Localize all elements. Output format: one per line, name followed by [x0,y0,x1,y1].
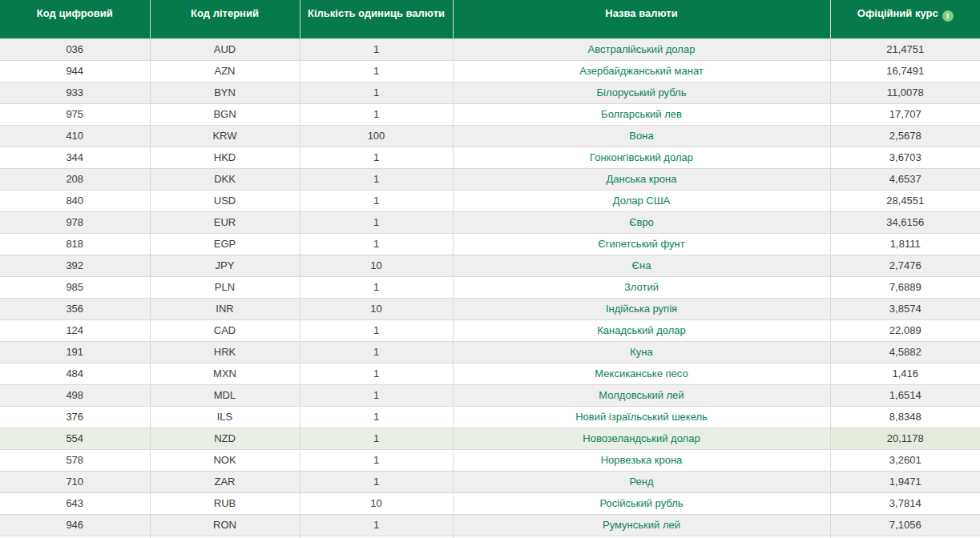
table-row: 554 NZD 1 Новозеландський долар 20,1178 [0,428,980,449]
units-cell: 100 [300,125,453,147]
table-row: 356 INR 10 Індійська рупія 3,8574 [0,298,980,319]
units-cell: 1 [300,319,453,341]
units-cell: 1 [300,514,453,536]
currency-name-cell: Новий ізраїльський шекель [453,406,830,428]
currency-name-link[interactable]: Гонконгівський долар [590,151,693,163]
table-row: 208 DKK 1 Данська крона 4,6537 [0,168,980,190]
table-row: 643 RUB 10 Російський рубль 3,7814 [0,492,980,514]
units-cell: 1 [300,406,453,428]
currency-rates-page: Код цифровий Код літерний Кількість один… [0,0,980,538]
currency-name-link[interactable]: Російський рубль [599,497,683,509]
numeric-code-cell: 208 [0,168,150,190]
currency-name-cell: Злотий [453,276,830,298]
units-cell: 10 [300,255,453,276]
units-cell: 1 [300,82,453,103]
currency-name-link[interactable]: Єгипетський фунт [598,238,684,250]
letter-code-cell: NZD [150,428,300,449]
currency-name-link[interactable]: Молдовський лей [599,389,684,401]
currency-name-link[interactable]: Болгарський лев [601,108,682,120]
letter-code-cell: INR [150,298,300,319]
currency-name-link[interactable]: Вона [629,130,653,142]
numeric-code-cell: 484 [0,363,150,384]
currency-name-link[interactable]: Єна [632,259,651,271]
header-numeric-code: Код цифровий [0,0,150,38]
currency-name-cell: Гонконгівський долар [453,147,830,168]
table-row: 840 USD 1 Долар США 28,4551 [0,190,980,211]
currency-name-link[interactable]: Долар США [613,195,671,207]
currency-name-link[interactable]: Азербайджанський манат [579,65,704,77]
numeric-code-cell: 124 [0,319,150,341]
units-cell: 1 [300,60,453,82]
currency-name-cell: Данська крона [453,168,830,190]
currency-name-link[interactable]: Канадський долар [597,324,685,336]
currency-name-cell: Єгипетський фунт [453,233,830,255]
letter-code-cell: ZAR [150,471,300,492]
info-icon[interactable]: i [942,10,954,22]
numeric-code-cell: 944 [0,60,150,82]
rate-cell: 34,6156 [830,211,980,233]
letter-code-cell: BGN [150,103,300,125]
currency-name-cell: Мексиканське песо [453,363,830,384]
rate-cell: 28,4551 [830,190,980,211]
letter-code-cell: JPY [150,255,300,276]
currency-name-link[interactable]: Білоруський рубль [597,86,687,98]
letter-code-cell: MDL [150,384,300,406]
units-cell: 1 [300,341,453,363]
units-cell: 1 [300,103,453,125]
currency-name-link[interactable]: Новозеландський долар [583,432,700,444]
letter-code-cell: HRK [150,341,300,363]
table-row: 978 EUR 1 Євро 34,6156 [0,211,980,233]
letter-code-cell: HKD [150,147,300,168]
currency-name-link[interactable]: Данська крона [607,173,677,185]
currency-name-link[interactable]: Куна [630,346,652,358]
letter-code-cell: RUB [150,492,300,514]
rate-cell: 22,089 [830,319,980,341]
numeric-code-cell: 376 [0,406,150,428]
currency-name-cell: Ренд [453,471,830,492]
currency-name-link[interactable]: Австралійський долар [588,43,696,55]
table-row: 376 ILS 1 Новий ізраїльський шекель 8,83… [0,406,980,428]
currency-name-link[interactable]: Румунський лей [603,519,680,531]
rate-cell: 21,4751 [830,38,980,60]
units-cell: 1 [300,147,453,168]
rate-cell: 7,6889 [830,276,980,298]
currency-name-cell: Єна [453,255,830,276]
numeric-code-cell: 818 [0,233,150,255]
numeric-code-cell: 933 [0,82,150,103]
table-row: 944 AZN 1 Азербайджанський манат 16,7491 [0,60,980,82]
numeric-code-cell: 978 [0,211,150,233]
currency-name-cell: Долар США [453,190,830,211]
letter-code-cell: KRW [150,125,300,147]
currency-name-link[interactable]: Євро [629,216,654,228]
table-row: 933 BYN 1 Білоруський рубль 11,0078 [0,82,980,103]
currency-name-link[interactable]: Індійська рупія [606,303,677,315]
letter-code-cell: PLN [150,276,300,298]
currency-name-link[interactable]: Новий ізраїльський шекель [575,411,708,423]
table-row: 410 KRW 100 Вона 2,5678 [0,125,980,147]
numeric-code-cell: 578 [0,449,150,471]
units-cell: 1 [300,428,453,449]
currency-name-link[interactable]: Злотий [624,281,659,293]
numeric-code-cell: 191 [0,341,150,363]
letter-code-cell: EGP [150,233,300,255]
header-units: Кількість одиниць валюти [300,0,453,38]
currency-name-link[interactable]: Норвезька крона [601,454,683,466]
currency-name-cell: Румунський лей [453,514,830,536]
currency-name-cell: Канадський долар [453,319,830,341]
currency-name-cell: Індійська рупія [453,298,830,319]
letter-code-cell: DKK [150,168,300,190]
currency-name-cell: Білоруський рубль [453,82,830,103]
currency-name-cell: Євро [453,211,830,233]
units-cell: 1 [300,363,453,384]
currency-name-link[interactable]: Мексиканське песо [595,367,688,379]
table-header-row: Код цифровий Код літерний Кількість один… [0,0,980,38]
table-row: 191 HRK 1 Куна 4,5882 [0,341,980,363]
currency-name-link[interactable]: Ренд [629,476,653,488]
currency-name-cell: Молдовський лей [453,384,830,406]
table-row: 124 CAD 1 Канадський долар 22,089 [0,319,980,341]
rate-cell: 1,6514 [830,384,980,406]
letter-code-cell: MXN [150,363,300,384]
units-cell: 1 [300,276,453,298]
table-row: 975 BGN 1 Болгарський лев 17,707 [0,103,980,125]
numeric-code-cell: 036 [0,38,150,60]
